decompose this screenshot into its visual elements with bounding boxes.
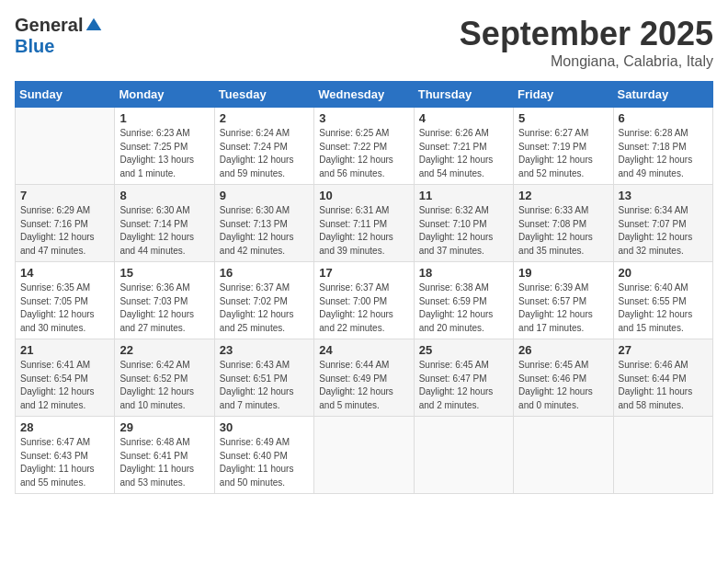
logo: General Blue <box>15 15 103 57</box>
day-info: Sunrise: 6:37 AMSunset: 7:00 PMDaylight:… <box>319 282 408 335</box>
weekday-saturday: Saturday <box>613 82 712 108</box>
day-info: Sunrise: 6:39 AMSunset: 6:57 PMDaylight:… <box>518 282 608 335</box>
calendar-cell: 4Sunrise: 6:26 AMSunset: 7:21 PMDaylight… <box>414 108 513 185</box>
day-number: 27 <box>619 343 708 357</box>
calendar-cell: 28Sunrise: 6:47 AMSunset: 6:43 PMDayligh… <box>16 417 115 494</box>
calendar-cell: 3Sunrise: 6:25 AMSunset: 7:22 PMDaylight… <box>314 108 414 185</box>
day-number: 12 <box>518 189 608 202</box>
calendar-cell: 17Sunrise: 6:37 AMSunset: 7:00 PMDayligh… <box>314 262 414 339</box>
day-info: Sunrise: 6:26 AMSunset: 7:21 PMDaylight:… <box>419 127 508 180</box>
logo-blue-text: Blue <box>15 36 54 57</box>
calendar-cell: 19Sunrise: 6:39 AMSunset: 6:57 PMDayligh… <box>514 262 613 339</box>
day-info: Sunrise: 6:30 AMSunset: 7:14 PMDaylight:… <box>119 204 209 258</box>
day-number: 7 <box>20 189 109 202</box>
day-number: 28 <box>20 420 109 434</box>
calendar-cell: 16Sunrise: 6:37 AMSunset: 7:02 PMDayligh… <box>214 262 313 339</box>
calendar-table: SundayMondayTuesdayWednesdayThursdayFrid… <box>15 81 713 494</box>
calendar-cell: 18Sunrise: 6:38 AMSunset: 6:59 PMDayligh… <box>414 262 513 339</box>
calendar-cell: 15Sunrise: 6:36 AMSunset: 7:03 PMDayligh… <box>115 262 214 339</box>
calendar-cell <box>414 417 513 494</box>
day-number: 9 <box>220 189 309 202</box>
calendar-cell <box>314 417 414 494</box>
calendar-cell <box>16 108 115 185</box>
day-number: 1 <box>119 111 209 125</box>
day-number: 10 <box>319 189 408 202</box>
day-info: Sunrise: 6:36 AMSunset: 7:03 PMDaylight:… <box>119 282 209 335</box>
calendar-cell <box>613 417 712 494</box>
weekday-tuesday: Tuesday <box>214 82 313 108</box>
day-number: 15 <box>119 266 209 280</box>
calendar-cell: 23Sunrise: 6:43 AMSunset: 6:51 PMDayligh… <box>214 339 313 417</box>
calendar-cell: 24Sunrise: 6:44 AMSunset: 6:49 PMDayligh… <box>314 339 414 417</box>
day-info: Sunrise: 6:45 AMSunset: 6:47 PMDaylight:… <box>419 359 508 412</box>
calendar-cell: 20Sunrise: 6:40 AMSunset: 6:55 PMDayligh… <box>613 262 712 339</box>
day-info: Sunrise: 6:40 AMSunset: 6:55 PMDaylight:… <box>619 282 708 335</box>
calendar-cell: 2Sunrise: 6:24 AMSunset: 7:24 PMDaylight… <box>214 108 313 185</box>
day-info: Sunrise: 6:48 AMSunset: 6:41 PMDaylight:… <box>119 436 209 489</box>
day-number: 23 <box>220 343 309 357</box>
day-number: 26 <box>518 343 608 357</box>
day-info: Sunrise: 6:45 AMSunset: 6:46 PMDaylight:… <box>518 359 608 412</box>
day-info: Sunrise: 6:32 AMSunset: 7:10 PMDaylight:… <box>419 204 508 258</box>
day-number: 22 <box>119 343 209 357</box>
day-number: 11 <box>419 189 508 202</box>
calendar-cell: 29Sunrise: 6:48 AMSunset: 6:41 PMDayligh… <box>115 417 214 494</box>
calendar-cell: 21Sunrise: 6:41 AMSunset: 6:54 PMDayligh… <box>16 339 115 417</box>
day-number: 18 <box>419 266 508 280</box>
day-info: Sunrise: 6:49 AMSunset: 6:40 PMDaylight:… <box>220 436 309 489</box>
day-info: Sunrise: 6:24 AMSunset: 7:24 PMDaylight:… <box>220 127 309 180</box>
svg-marker-0 <box>86 17 102 29</box>
day-number: 29 <box>119 420 209 434</box>
day-number: 14 <box>20 266 109 280</box>
day-info: Sunrise: 6:29 AMSunset: 7:16 PMDaylight:… <box>20 204 109 258</box>
day-info: Sunrise: 6:27 AMSunset: 7:19 PMDaylight:… <box>518 127 608 180</box>
calendar-cell: 26Sunrise: 6:45 AMSunset: 6:46 PMDayligh… <box>514 339 613 417</box>
title-section: September 2025 Mongiana, Calabria, Italy <box>460 15 713 70</box>
day-info: Sunrise: 6:37 AMSunset: 7:02 PMDaylight:… <box>220 282 309 335</box>
day-number: 2 <box>220 111 309 125</box>
weekday-friday: Friday <box>514 82 613 108</box>
weekday-monday: Monday <box>115 82 214 108</box>
day-number: 17 <box>319 266 408 280</box>
weekday-sunday: Sunday <box>16 82 115 108</box>
day-number: 8 <box>119 189 209 202</box>
day-info: Sunrise: 6:31 AMSunset: 7:11 PMDaylight:… <box>319 204 408 258</box>
day-info: Sunrise: 6:46 AMSunset: 6:44 PMDaylight:… <box>619 359 708 412</box>
day-info: Sunrise: 6:30 AMSunset: 7:13 PMDaylight:… <box>220 204 309 258</box>
calendar-cell: 11Sunrise: 6:32 AMSunset: 7:10 PMDayligh… <box>414 185 513 262</box>
day-info: Sunrise: 6:47 AMSunset: 6:43 PMDaylight:… <box>20 436 109 489</box>
calendar-week-2: 7Sunrise: 6:29 AMSunset: 7:16 PMDaylight… <box>16 185 713 262</box>
day-number: 25 <box>419 343 508 357</box>
day-number: 16 <box>220 266 309 280</box>
weekday-header-row: SundayMondayTuesdayWednesdayThursdayFrid… <box>16 82 713 108</box>
page-header: General Blue September 2025 Mongiana, Ca… <box>15 15 713 70</box>
day-number: 3 <box>319 111 408 125</box>
day-info: Sunrise: 6:43 AMSunset: 6:51 PMDaylight:… <box>220 359 309 412</box>
calendar-cell: 25Sunrise: 6:45 AMSunset: 6:47 PMDayligh… <box>414 339 513 417</box>
day-info: Sunrise: 6:42 AMSunset: 6:52 PMDaylight:… <box>119 359 209 412</box>
day-number: 24 <box>319 343 408 357</box>
calendar-cell: 1Sunrise: 6:23 AMSunset: 7:25 PMDaylight… <box>115 108 214 185</box>
day-info: Sunrise: 6:23 AMSunset: 7:25 PMDaylight:… <box>119 127 209 180</box>
calendar-cell: 5Sunrise: 6:27 AMSunset: 7:19 PMDaylight… <box>514 108 613 185</box>
calendar-cell: 8Sunrise: 6:30 AMSunset: 7:14 PMDaylight… <box>115 185 214 262</box>
calendar-week-4: 21Sunrise: 6:41 AMSunset: 6:54 PMDayligh… <box>16 339 713 417</box>
day-info: Sunrise: 6:38 AMSunset: 6:59 PMDaylight:… <box>419 282 508 335</box>
calendar-week-5: 28Sunrise: 6:47 AMSunset: 6:43 PMDayligh… <box>16 417 713 494</box>
day-info: Sunrise: 6:28 AMSunset: 7:18 PMDaylight:… <box>619 127 708 180</box>
calendar-cell: 6Sunrise: 6:28 AMSunset: 7:18 PMDaylight… <box>613 108 712 185</box>
day-number: 6 <box>619 111 708 125</box>
weekday-wednesday: Wednesday <box>314 82 414 108</box>
weekday-thursday: Thursday <box>414 82 513 108</box>
day-number: 20 <box>619 266 708 280</box>
day-info: Sunrise: 6:41 AMSunset: 6:54 PMDaylight:… <box>20 359 109 412</box>
calendar-cell: 7Sunrise: 6:29 AMSunset: 7:16 PMDaylight… <box>16 185 115 262</box>
day-number: 19 <box>518 266 608 280</box>
calendar-week-1: 1Sunrise: 6:23 AMSunset: 7:25 PMDaylight… <box>16 108 713 185</box>
calendar-cell: 22Sunrise: 6:42 AMSunset: 6:52 PMDayligh… <box>115 339 214 417</box>
day-number: 21 <box>20 343 109 357</box>
calendar-cell: 10Sunrise: 6:31 AMSunset: 7:11 PMDayligh… <box>314 185 414 262</box>
calendar-cell: 9Sunrise: 6:30 AMSunset: 7:13 PMDaylight… <box>214 185 313 262</box>
calendar-cell <box>514 417 613 494</box>
day-info: Sunrise: 6:34 AMSunset: 7:07 PMDaylight:… <box>619 204 708 258</box>
